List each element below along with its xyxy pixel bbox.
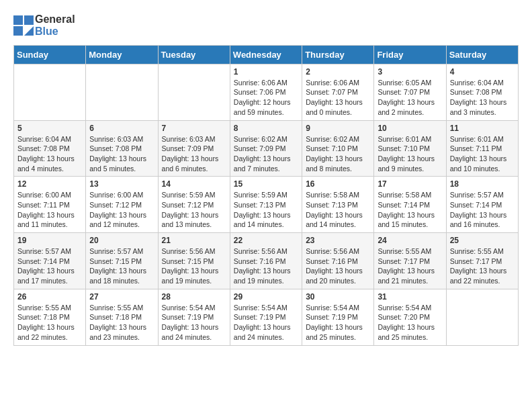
sunset-text: Sunset: 7:14 PM — [378, 201, 430, 209]
day-info: Sunrise: 5:57 AM Sunset: 7:14 PM Dayligh… — [450, 190, 515, 230]
calendar-cell — [86, 64, 158, 120]
calendar-week-row: 12 Sunrise: 6:00 AM Sunset: 7:11 PM Dayl… — [14, 177, 519, 233]
header-day-wednesday: Wednesday — [230, 45, 302, 64]
calendar-cell: 31 Sunrise: 5:54 AM Sunset: 7:20 PM Dayl… — [374, 289, 446, 345]
logo-blue: Blue — [35, 26, 75, 38]
calendar-cell: 4 Sunrise: 6:04 AM Sunset: 7:08 PM Dayli… — [446, 64, 518, 120]
daylight-text: Daylight: 13 hours and 24 minutes. — [162, 323, 219, 341]
day-info: Sunrise: 6:03 AM Sunset: 7:08 PM Dayligh… — [89, 134, 154, 174]
daylight-text: Daylight: 13 hours and 24 minutes. — [234, 323, 291, 341]
day-number: 15 — [234, 179, 298, 189]
sunrise-text: Sunrise: 5:59 AM — [162, 191, 216, 199]
day-number: 1 — [234, 67, 298, 77]
sunset-text: Sunset: 7:11 PM — [450, 144, 502, 152]
day-number: 7 — [162, 124, 226, 133]
sunrise-text: Sunrise: 5:54 AM — [306, 304, 359, 312]
day-number: 30 — [306, 292, 370, 302]
day-info: Sunrise: 6:00 AM Sunset: 7:12 PM Dayligh… — [89, 190, 154, 230]
calendar-cell: 12 Sunrise: 6:00 AM Sunset: 7:11 PM Dayl… — [14, 177, 86, 233]
sunrise-text: Sunrise: 6:04 AM — [450, 79, 504, 87]
sunset-text: Sunset: 7:08 PM — [17, 144, 70, 152]
calendar-cell: 13 Sunrise: 6:00 AM Sunset: 7:12 PM Dayl… — [86, 177, 158, 233]
daylight-text: Daylight: 13 hours and 25 minutes. — [378, 323, 435, 341]
sunset-text: Sunset: 7:14 PM — [17, 257, 70, 265]
header-day-saturday: Saturday — [446, 45, 518, 64]
calendar-cell: 27 Sunrise: 5:55 AM Sunset: 7:18 PM Dayl… — [86, 289, 158, 345]
day-info: Sunrise: 6:02 AM Sunset: 7:09 PM Dayligh… — [234, 134, 298, 174]
calendar-cell: 8 Sunrise: 6:02 AM Sunset: 7:09 PM Dayli… — [230, 120, 302, 177]
calendar-week-row: 19 Sunrise: 5:57 AM Sunset: 7:14 PM Dayl… — [14, 233, 519, 289]
day-number: 13 — [89, 179, 154, 189]
calendar-cell: 2 Sunrise: 6:06 AM Sunset: 7:07 PM Dayli… — [302, 64, 374, 120]
sunrise-text: Sunrise: 6:00 AM — [89, 191, 143, 199]
day-info: Sunrise: 5:58 AM Sunset: 7:14 PM Dayligh… — [378, 190, 442, 230]
day-number: 24 — [378, 236, 442, 245]
logo: General Blue — [13, 13, 75, 38]
calendar-cell: 26 Sunrise: 5:55 AM Sunset: 7:18 PM Dayl… — [14, 289, 86, 345]
daylight-text: Daylight: 13 hours and 20 minutes. — [306, 267, 363, 285]
daylight-text: Daylight: 13 hours and 21 minutes. — [378, 267, 435, 285]
day-number: 3 — [378, 67, 442, 77]
sunset-text: Sunset: 7:12 PM — [89, 201, 142, 209]
day-number: 17 — [378, 179, 442, 189]
daylight-text: Daylight: 13 hours and 5 minutes. — [89, 154, 146, 173]
daylight-text: Daylight: 13 hours and 23 minutes. — [89, 323, 146, 341]
calendar-cell: 23 Sunrise: 5:56 AM Sunset: 7:16 PM Dayl… — [302, 233, 374, 289]
page-header: General Blue — [13, 13, 519, 38]
sunrise-text: Sunrise: 5:55 AM — [378, 247, 431, 255]
sunrise-text: Sunrise: 6:02 AM — [234, 135, 287, 143]
day-info: Sunrise: 5:56 AM Sunset: 7:15 PM Dayligh… — [162, 246, 226, 286]
day-number: 4 — [450, 67, 515, 77]
day-number: 11 — [450, 124, 515, 133]
calendar-cell: 15 Sunrise: 5:59 AM Sunset: 7:13 PM Dayl… — [230, 177, 302, 233]
logo-icon — [13, 15, 34, 36]
sunrise-text: Sunrise: 6:03 AM — [162, 135, 216, 143]
sunrise-text: Sunrise: 6:05 AM — [378, 79, 431, 87]
daylight-text: Daylight: 13 hours and 25 minutes. — [306, 323, 363, 341]
day-info: Sunrise: 5:54 AM Sunset: 7:20 PM Dayligh… — [378, 303, 442, 342]
sunrise-text: Sunrise: 6:01 AM — [450, 135, 504, 143]
sunset-text: Sunset: 7:12 PM — [162, 201, 214, 209]
daylight-text: Daylight: 13 hours and 12 minutes. — [89, 211, 146, 229]
day-info: Sunrise: 6:02 AM Sunset: 7:10 PM Dayligh… — [306, 134, 370, 174]
calendar-cell: 11 Sunrise: 6:01 AM Sunset: 7:11 PM Dayl… — [446, 120, 518, 177]
svg-rect-0 — [13, 15, 23, 25]
day-info: Sunrise: 6:04 AM Sunset: 7:08 PM Dayligh… — [17, 134, 82, 174]
sunset-text: Sunset: 7:17 PM — [378, 257, 430, 265]
sunrise-text: Sunrise: 6:03 AM — [89, 135, 143, 143]
calendar-header-row: SundayMondayTuesdayWednesdayThursdayFrid… — [14, 45, 519, 64]
daylight-text: Daylight: 13 hours and 7 minutes. — [234, 154, 291, 173]
header-day-tuesday: Tuesday — [158, 45, 230, 64]
sunrise-text: Sunrise: 5:56 AM — [162, 247, 216, 255]
day-info: Sunrise: 5:55 AM Sunset: 7:17 PM Dayligh… — [378, 246, 442, 286]
calendar-cell: 29 Sunrise: 5:54 AM Sunset: 7:19 PM Dayl… — [230, 289, 302, 345]
day-info: Sunrise: 5:59 AM Sunset: 7:12 PM Dayligh… — [162, 190, 226, 230]
calendar-cell: 18 Sunrise: 5:57 AM Sunset: 7:14 PM Dayl… — [446, 177, 518, 233]
day-number: 21 — [162, 236, 226, 245]
sunrise-text: Sunrise: 5:54 AM — [378, 304, 431, 312]
day-number: 31 — [378, 292, 442, 302]
calendar-cell: 6 Sunrise: 6:03 AM Sunset: 7:08 PM Dayli… — [86, 120, 158, 177]
sunset-text: Sunset: 7:13 PM — [306, 201, 358, 209]
sunrise-text: Sunrise: 5:58 AM — [378, 191, 431, 199]
day-number: 22 — [234, 236, 298, 245]
calendar-table: SundayMondayTuesdayWednesdayThursdayFrid… — [13, 45, 519, 346]
day-info: Sunrise: 6:00 AM Sunset: 7:11 PM Dayligh… — [17, 190, 82, 230]
day-info: Sunrise: 5:55 AM Sunset: 7:18 PM Dayligh… — [89, 303, 154, 342]
sunset-text: Sunset: 7:19 PM — [234, 313, 286, 321]
sunrise-text: Sunrise: 6:02 AM — [306, 135, 359, 143]
daylight-text: Daylight: 13 hours and 13 minutes. — [162, 211, 219, 229]
day-info: Sunrise: 5:56 AM Sunset: 7:16 PM Dayligh… — [234, 246, 298, 286]
day-number: 23 — [306, 236, 370, 245]
sunrise-text: Sunrise: 5:58 AM — [306, 191, 359, 199]
sunrise-text: Sunrise: 5:56 AM — [234, 247, 287, 255]
daylight-text: Daylight: 13 hours and 14 minutes. — [234, 211, 291, 229]
day-info: Sunrise: 5:54 AM Sunset: 7:19 PM Dayligh… — [306, 303, 370, 342]
svg-rect-2 — [13, 26, 23, 36]
sunset-text: Sunset: 7:19 PM — [306, 313, 358, 321]
sunrise-text: Sunrise: 6:01 AM — [378, 135, 431, 143]
day-number: 26 — [17, 292, 82, 302]
daylight-text: Daylight: 13 hours and 0 minutes. — [306, 98, 363, 116]
sunset-text: Sunset: 7:18 PM — [89, 313, 142, 321]
day-info: Sunrise: 5:54 AM Sunset: 7:19 PM Dayligh… — [162, 303, 226, 342]
